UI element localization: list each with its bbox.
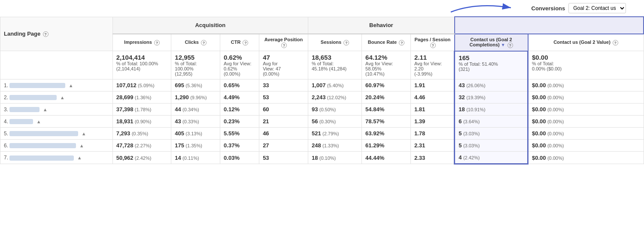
row-number: 3. [4, 107, 8, 113]
total-impressions-sub: % of Total: 100.00%(2,104,414) [116, 61, 168, 71]
table-row: 5. ▲ 7,293 (0.35%) 405 (3.13%) 5.55% 46 … [0, 128, 644, 140]
sort-indicator: ▼ [501, 43, 505, 47]
ctr-cell: 4.49% [220, 91, 259, 104]
clicks-cell: 1,290 (9.96%) [171, 91, 220, 104]
row-number: 5. [4, 131, 8, 137]
bouncerate-cell: 60.97% [362, 79, 411, 91]
bouncerate-cell: 61.29% [362, 140, 411, 152]
bouncerate-cell: 20.24% [362, 91, 411, 104]
pages-cell: 1.78 [410, 128, 454, 140]
clicks-header: Clicks [185, 40, 198, 45]
behavior-header: Behavior [369, 22, 393, 28]
table-row: 3. ▲ 37,398 (1.78%) 44 (0.34%) 0.12% 60 … [0, 104, 644, 116]
section-header-row: Landing Page ? Acquisition Behavior [0, 17, 644, 34]
sessions-cell: 18 (0.10%) [308, 152, 361, 164]
arrow-row: Conversions Goal 2: Contact us [0, 0, 644, 17]
copy-icon[interactable]: ▲ [77, 155, 82, 160]
impressions-cell: 28,699 (1.36%) [112, 91, 171, 104]
row-number: 2. [4, 95, 8, 101]
row-number: 4. [4, 119, 8, 125]
landing-page-cell: 4. ▲ [0, 116, 113, 128]
table-row: 7. ▲ 50,962 (2.42%) 14 (0.11%) 0.03% 53 … [0, 152, 644, 164]
pages-cell: 1.91 [410, 79, 454, 91]
blurred-url [9, 119, 33, 124]
completions-help[interactable]: ? [507, 43, 513, 48]
total-avgpos-sub: Avg forView: 47(0.00%) [263, 61, 304, 76]
bouncerate-header: Bounce Rate [368, 40, 397, 45]
pages-cell: 2.31 [410, 140, 454, 152]
avgpos-cell: 60 [259, 104, 308, 116]
goalvalue-cell: $0.00 (0.00%) [528, 79, 644, 91]
total-pages-sub: Avg for View:2.20(-3.99%) [414, 61, 450, 76]
goalvalue-cell: $0.00 (0.00%) [528, 91, 644, 104]
table-row: 6. ▲ 47,728 (2.27%) 175 (1.35%) 0.37% 27… [0, 140, 644, 152]
ctr-cell: 0.12% [220, 104, 259, 116]
total-completions: 165 [459, 54, 524, 61]
blurred-url [9, 107, 39, 112]
sessions-header: Sessions [321, 40, 341, 45]
avgpos-cell: 27 [259, 140, 308, 152]
row-number: 7. [4, 155, 8, 161]
landing-page-cell: 5. ▲ [0, 128, 113, 140]
goalvalue-cell: $0.00 (0.00%) [528, 140, 644, 152]
pages-cell: 2.33 [410, 152, 454, 164]
analytics-table: Conversions Goal 2: Contact us Landing P… [0, 0, 644, 165]
copy-icon[interactable]: ▲ [60, 95, 65, 100]
total-clicks: 12,955 [175, 54, 216, 61]
ctr-cell: 0.23% [220, 116, 259, 128]
copy-icon[interactable]: ▲ [79, 143, 84, 148]
bouncerate-cell: 54.84% [362, 104, 411, 116]
impressions-cell: 18,931 (0.90%) [112, 116, 171, 128]
pages-help[interactable]: ? [430, 43, 436, 48]
landing-page-help[interactable]: ? [43, 31, 49, 37]
impressions-help[interactable]: ? [154, 40, 160, 46]
table-row: 1. ▲ 107,012 (5.09%) 695 (5.36%) 0.65% 3… [0, 79, 644, 91]
totals-row: 2,104,414 % of Total: 100.00%(2,104,414)… [0, 51, 644, 79]
goalvalue-cell: $0.00 (0.00%) [528, 104, 644, 116]
ctr-cell: 0.03% [220, 152, 259, 164]
sessions-cell: 56 (0.30%) [308, 116, 361, 128]
bouncerate-help[interactable]: ? [399, 40, 404, 46]
landing-page-cell: 2. ▲ [0, 91, 113, 104]
impressions-header: Impressions [124, 40, 152, 45]
avgpos-cell: 53 [259, 91, 308, 104]
clicks-cell: 175 (1.35%) [171, 140, 220, 152]
ctr-header: CTR [231, 40, 241, 45]
blurred-url [9, 131, 78, 136]
ctr-cell: 5.55% [220, 128, 259, 140]
impressions-cell: 7,293 (0.35%) [112, 128, 171, 140]
sessions-cell: 2,243 (12.02%) [308, 91, 361, 104]
sessions-cell: 521 (2.79%) [308, 128, 361, 140]
bouncerate-cell: 63.92% [362, 128, 411, 140]
blurred-url [9, 83, 65, 88]
copy-icon[interactable]: ▲ [69, 83, 73, 88]
goalvalue-header: Contact us (Goal 2 Value) [553, 40, 611, 45]
completions-cell: 5 (3.03%) [455, 128, 528, 140]
copy-icon[interactable]: ▲ [43, 107, 48, 112]
landing-page-label: Landing Page [4, 30, 40, 37]
clicks-cell: 43 (0.33%) [171, 116, 220, 128]
impressions-cell: 107,012 (5.09%) [112, 79, 171, 91]
total-sessions: 18,653 [312, 54, 358, 61]
goal-dropdown[interactable]: Goal 2: Contact us [568, 3, 626, 13]
completions-cell: 43 (26.06%) [455, 79, 528, 91]
copy-icon[interactable]: ▲ [36, 119, 41, 124]
table-row: 4. ▲ 18,931 (0.90%) 43 (0.33%) 0.23% 21 … [0, 116, 644, 128]
acquisition-header: Acquisition [195, 22, 225, 28]
sessions-help[interactable]: ? [343, 40, 349, 46]
clicks-help[interactable]: ? [201, 40, 207, 46]
sessions-cell: 248 (1.33%) [308, 140, 361, 152]
sessions-cell: 93 (0.50%) [308, 104, 361, 116]
ctr-cell: 0.37% [220, 140, 259, 152]
ctr-help[interactable]: ? [243, 40, 248, 46]
landing-page-cell: 3. ▲ [0, 104, 113, 116]
avgpos-cell: 53 [259, 152, 308, 164]
bouncerate-cell: 44.44% [362, 152, 411, 164]
avgpos-cell: 46 [259, 128, 308, 140]
completions-cell: 18 (10.91%) [455, 104, 528, 116]
clicks-cell: 14 (0.11%) [171, 152, 220, 164]
impressions-cell: 37,398 (1.78%) [112, 104, 171, 116]
copy-icon[interactable]: ▲ [82, 131, 86, 136]
goalvalue-help[interactable]: ? [613, 40, 618, 46]
avgpos-help[interactable]: ? [281, 43, 287, 48]
